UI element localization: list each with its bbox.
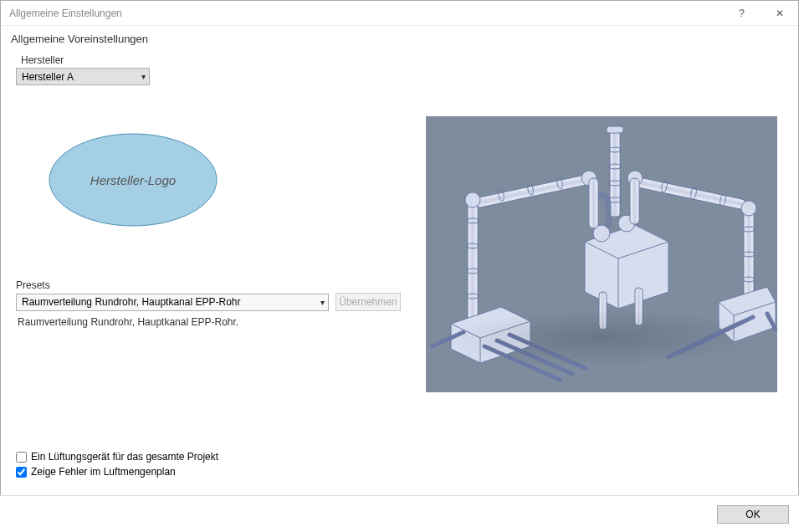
- manufacturer-dropdown[interactable]: Hersteller A ▾: [16, 68, 150, 85]
- apply-button: Übernehmen: [335, 293, 401, 311]
- help-button[interactable]: ?: [723, 1, 761, 26]
- checkbox-show-errors[interactable]: Zeige Fehler im Luftmengenplan: [16, 466, 218, 478]
- logo-text: Hersteller-Logo: [45, 130, 221, 230]
- svg-point-18: [465, 192, 480, 207]
- close-button[interactable]: ✕: [761, 1, 798, 26]
- presets-area: Presets Raumverteilung Rundrohr, Hauptka…: [16, 279, 401, 328]
- manufacturer-logo-box: Hersteller-Logo: [16, 97, 250, 263]
- checkbox-show-errors-label: Zeige Fehler im Luftmengenplan: [31, 466, 176, 478]
- dialog-window: Allgemeine Einstellungen ? ✕ Allgemeine …: [0, 0, 799, 532]
- svg-rect-9: [475, 175, 588, 208]
- presets-label: Presets: [16, 279, 401, 291]
- svg-rect-20: [589, 178, 598, 228]
- checkbox-single-unit-label: Ein Lüftungsgerät für das gesamte Projek…: [31, 451, 218, 463]
- svg-rect-30: [630, 178, 639, 224]
- ok-button[interactable]: OK: [717, 505, 789, 524]
- manufacturer-selected: Hersteller A: [22, 71, 74, 83]
- preview-3d-panel[interactable]: [426, 116, 777, 392]
- dialog-footer: OK: [0, 495, 799, 532]
- group-title: Allgemeine Voreinstellungen: [11, 33, 788, 45]
- chevron-down-icon: ▾: [320, 298, 325, 307]
- window-title: Allgemeine Einstellungen: [9, 8, 122, 19]
- checkbox-single-unit[interactable]: Ein Lüftungsgerät für das gesamte Projek…: [16, 451, 218, 463]
- svg-rect-25: [634, 176, 747, 210]
- checkbox-group: Ein Lüftungsgerät für das gesamte Projek…: [16, 451, 218, 481]
- presets-selected: Raumverteilung Rundrohr, Hauptkanal EPP-…: [22, 296, 240, 308]
- help-icon: ?: [739, 8, 745, 19]
- shadow: [429, 309, 775, 367]
- preset-description: Raumverteilung Rundrohr, Hauptkanal EPP-…: [18, 316, 401, 328]
- chevron-down-icon: ▾: [141, 72, 146, 81]
- content-area: Allgemeine Voreinstellungen Hersteller H…: [1, 26, 798, 494]
- manufacturer-label: Hersteller: [21, 54, 401, 66]
- left-column: Hersteller Hersteller A ▾ Hersteller-Log…: [16, 53, 401, 328]
- checkbox-single-unit-input[interactable]: [16, 452, 27, 463]
- close-icon: ✕: [776, 8, 784, 19]
- svg-rect-2: [607, 126, 623, 133]
- titlebar: Allgemeine Einstellungen ? ✕: [1, 1, 798, 26]
- checkbox-show-errors-input[interactable]: [16, 467, 27, 478]
- presets-dropdown[interactable]: Raumverteilung Rundrohr, Hauptkanal EPP-…: [16, 294, 329, 311]
- manufacturer-logo: Hersteller-Logo: [45, 130, 221, 230]
- svg-point-35: [741, 201, 756, 216]
